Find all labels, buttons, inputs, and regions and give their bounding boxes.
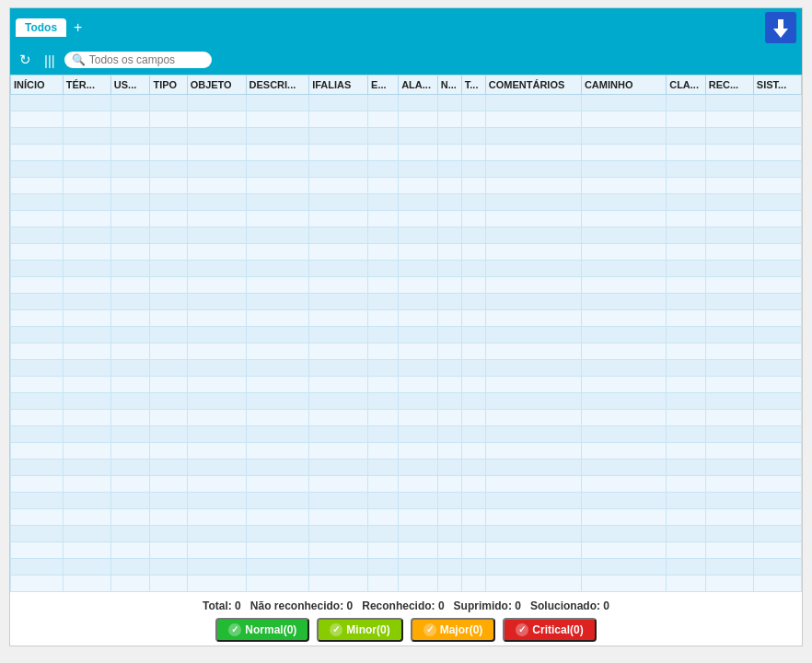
- table-cell: [150, 128, 187, 145]
- col-header-comentarios[interactable]: COMENTÁRIOS: [485, 76, 581, 95]
- table-cell: [399, 145, 438, 161]
- table-cell: [399, 360, 438, 377]
- col-header-objeto[interactable]: OBJETO: [187, 76, 246, 95]
- table-cell: [753, 95, 801, 111]
- table-cell: [246, 576, 309, 592]
- table-cell: [399, 111, 438, 128]
- table-cell: [368, 111, 399, 128]
- table-cell: [63, 194, 110, 211]
- col-header-ifalias[interactable]: IFALIAS: [309, 76, 368, 95]
- table-cell: [187, 211, 246, 227]
- check-minor-icon: ✓: [330, 623, 342, 636]
- table-cell: [246, 410, 309, 426]
- table-cell: [485, 459, 581, 476]
- table-cell: [187, 542, 246, 559]
- col-header-ala[interactable]: ALA...: [399, 76, 438, 95]
- col-header-caminho[interactable]: CAMINHO: [581, 76, 666, 95]
- table-cell: [485, 145, 581, 161]
- table-cell: [11, 111, 64, 128]
- table-cell: [110, 576, 150, 592]
- table-cell: [110, 178, 150, 194]
- table-cell: [461, 393, 485, 410]
- tab-todos[interactable]: Todos: [16, 18, 66, 37]
- table-cell: [63, 410, 110, 426]
- table-cell: [368, 360, 399, 377]
- table-cell: [150, 227, 187, 244]
- table-cell: [150, 526, 187, 542]
- table-row: [11, 360, 802, 377]
- badge-normal[interactable]: ✓ Normal(0): [215, 618, 309, 642]
- table-cell: [437, 459, 461, 476]
- col-header-n[interactable]: N...: [437, 76, 461, 95]
- table-cell: [581, 426, 666, 443]
- table-cell: [63, 277, 110, 294]
- table-cell: [187, 294, 246, 310]
- col-header-us[interactable]: US...: [110, 76, 150, 95]
- alarms-table: INÍCIO TÉR... US... TIPO OBJETO DESCRI..…: [10, 75, 802, 592]
- table-cell: [437, 443, 461, 459]
- table-cell: [461, 459, 485, 476]
- table-cell: [667, 294, 706, 310]
- table-cell: [753, 360, 801, 377]
- col-header-t[interactable]: T...: [461, 76, 485, 95]
- table-cell: [667, 227, 706, 244]
- table-cell: [309, 443, 368, 459]
- table-cell: [667, 459, 706, 476]
- table-cell: [461, 194, 485, 211]
- table-cell: [667, 509, 706, 526]
- col-header-ter[interactable]: TÉR...: [63, 76, 110, 95]
- download-button[interactable]: [765, 12, 796, 43]
- col-header-e[interactable]: E...: [368, 76, 399, 95]
- table-cell: [368, 542, 399, 559]
- table-cell: [368, 476, 399, 493]
- columns-button[interactable]: |||: [41, 51, 59, 70]
- table-cell: [399, 576, 438, 592]
- table-cell: [110, 443, 150, 459]
- table-cell: [485, 476, 581, 493]
- table-cell: [150, 310, 187, 327]
- table-cell: [150, 161, 187, 178]
- table-cell: [461, 343, 485, 360]
- table-cell: [753, 294, 801, 310]
- table-cell: [437, 476, 461, 493]
- table-cell: [461, 542, 485, 559]
- table-cell: [368, 576, 399, 592]
- col-header-inicio[interactable]: INÍCIO: [11, 76, 64, 95]
- col-header-sist[interactable]: SIST...: [753, 76, 801, 95]
- col-header-descri[interactable]: DESCRI...: [246, 76, 309, 95]
- badge-major[interactable]: ✓ Major(0): [411, 618, 496, 642]
- table-cell: [485, 277, 581, 294]
- table-cell: [399, 559, 438, 576]
- table-cell: [309, 111, 368, 128]
- table-cell: [399, 542, 438, 559]
- search-input[interactable]: [89, 53, 200, 66]
- tab-add-button[interactable]: +: [70, 19, 86, 36]
- table-cell: [368, 244, 399, 261]
- table-cell: [705, 410, 753, 426]
- table-cell: [581, 393, 666, 410]
- table-cell: [667, 111, 706, 128]
- table-cell: [753, 576, 801, 592]
- table-cell: [150, 559, 187, 576]
- table-cell: [150, 261, 187, 277]
- col-header-rec[interactable]: REC...: [705, 76, 753, 95]
- table-cell: [667, 360, 706, 377]
- table-cell: [110, 261, 150, 277]
- table-cell: [187, 426, 246, 443]
- table-cell: [150, 211, 187, 227]
- table-cell: [110, 459, 150, 476]
- badge-critical[interactable]: ✓ Critical(0): [503, 618, 596, 642]
- refresh-button[interactable]: ↻: [16, 50, 35, 70]
- col-header-cla[interactable]: CLA...: [667, 76, 706, 95]
- table-cell: [581, 95, 666, 111]
- badge-minor[interactable]: ✓ Minor(0): [317, 618, 402, 642]
- table-cell: [187, 493, 246, 509]
- table-cell: [485, 576, 581, 592]
- table-row: [11, 509, 802, 526]
- col-header-tipo[interactable]: TIPO: [150, 76, 187, 95]
- table-cell: [63, 227, 110, 244]
- table-cell: [309, 178, 368, 194]
- table-cell: [187, 161, 246, 178]
- footer: Total: 0 Não reconhecido: 0 Reconhecido:…: [10, 592, 802, 646]
- badge-minor-label: Minor(0): [346, 623, 389, 636]
